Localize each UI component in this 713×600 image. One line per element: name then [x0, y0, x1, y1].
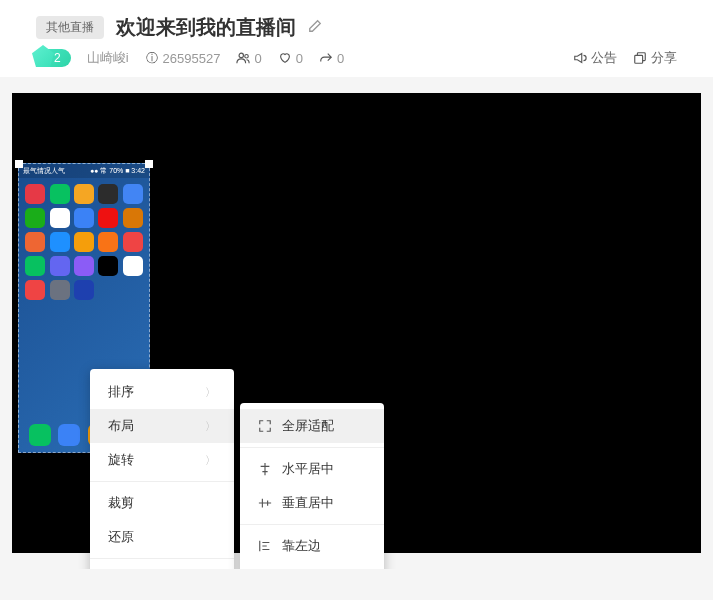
share-button[interactable]: 分享: [633, 49, 677, 67]
people-icon: [236, 51, 250, 65]
share-icon: [633, 51, 647, 65]
phone-app-icon: [98, 232, 118, 252]
svg-point-0: [239, 53, 243, 57]
align-left-icon: [258, 539, 272, 553]
chevron-right-icon: 〉: [205, 419, 216, 434]
separator: [240, 447, 384, 448]
phone-dock-icon: [58, 424, 80, 446]
svg-point-1: [245, 55, 249, 59]
phone-app-icon: [98, 208, 118, 228]
viewers-count: 0: [236, 51, 261, 66]
separator: [240, 524, 384, 525]
chevron-right-icon: 〉: [205, 453, 216, 468]
announce-button[interactable]: 公告: [573, 49, 617, 67]
category-tag[interactable]: 其他直播: [36, 16, 104, 39]
phone-app-icon: [74, 256, 94, 276]
submenu-fullscreen[interactable]: 全屏适配: [240, 409, 384, 443]
phone-app-icon: [49, 280, 69, 300]
menu-restore[interactable]: 还原: [90, 520, 234, 554]
menu-rotate[interactable]: 旋转〉: [90, 443, 234, 477]
phone-app-icon: [25, 208, 45, 228]
fullscreen-icon: [258, 419, 272, 433]
menu-sort[interactable]: 排序〉: [90, 375, 234, 409]
phone-statusbar: 最气情况人气●● 常 70% ■ 3:42: [19, 164, 149, 178]
phone-app-icon: [74, 208, 94, 228]
layout-submenu: 全屏适配 水平居中 垂直居中 靠左边 靠右边 靠顶边 靠底边: [240, 403, 384, 569]
share-stat-icon: [319, 51, 333, 65]
menu-layout[interactable]: 布局〉: [90, 409, 234, 443]
submenu-right[interactable]: 靠右边: [240, 563, 384, 569]
phone-app-icon: [123, 208, 143, 228]
id-icon: ⓘ: [145, 51, 159, 65]
context-menu: 排序〉 布局〉 旋转〉 裁剪 还原 锁定 隐藏 移除: [90, 369, 234, 569]
phone-app-icon: [25, 256, 45, 276]
share-count: 0: [319, 51, 344, 66]
phone-app-icon: [98, 256, 118, 276]
phone-app-icon: [25, 280, 45, 300]
username[interactable]: 山崎峻i: [87, 49, 129, 67]
submenu-hcenter[interactable]: 水平居中: [240, 452, 384, 486]
phone-app-icon: [49, 208, 69, 228]
phone-app-icon: [98, 184, 118, 204]
phone-app-icon: [25, 232, 45, 252]
phone-dock-icon: [29, 424, 51, 446]
vcenter-icon: [258, 496, 272, 510]
submenu-left[interactable]: 靠左边: [240, 529, 384, 563]
room-id: ⓘ26595527: [145, 51, 221, 66]
phone-app-icon: [49, 256, 69, 276]
hcenter-icon: [258, 462, 272, 476]
edit-icon[interactable]: [308, 19, 322, 36]
menu-crop[interactable]: 裁剪: [90, 486, 234, 520]
phone-app-icon: [25, 184, 45, 204]
separator: [90, 558, 234, 559]
likes-count: 0: [278, 51, 303, 66]
heart-icon: [278, 51, 292, 65]
chevron-right-icon: 〉: [205, 385, 216, 400]
phone-app-icon: [123, 232, 143, 252]
level-badge: 2: [36, 49, 71, 67]
phone-app-icon: [49, 184, 69, 204]
phone-app-icon: [123, 256, 143, 276]
phone-app-icon: [49, 232, 69, 252]
page-title: 欢迎来到我的直播间: [116, 14, 296, 41]
phone-app-icon: [74, 184, 94, 204]
phone-app-icon: [74, 232, 94, 252]
separator: [90, 481, 234, 482]
svg-rect-2: [635, 55, 643, 63]
submenu-vcenter[interactable]: 垂直居中: [240, 486, 384, 520]
phone-app-icon: [74, 280, 94, 300]
menu-lock[interactable]: 锁定: [90, 563, 234, 569]
phone-app-icon: [123, 184, 143, 204]
megaphone-icon: [573, 51, 587, 65]
